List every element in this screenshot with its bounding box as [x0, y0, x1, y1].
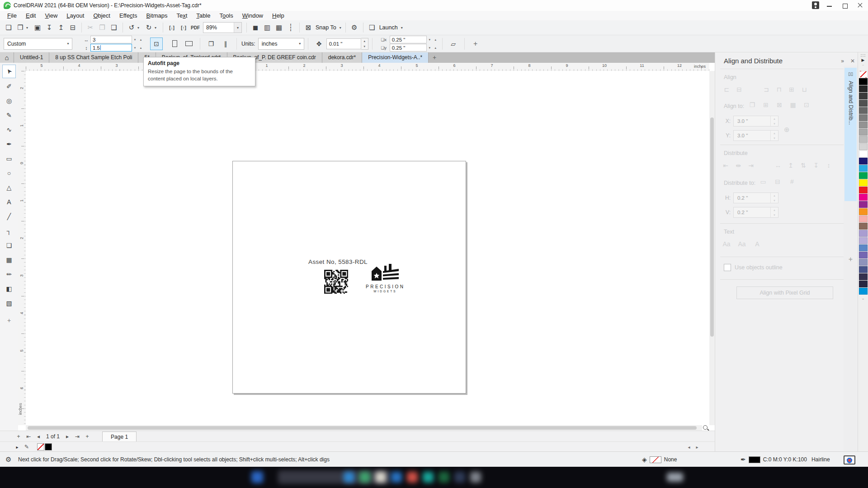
color-swatch[interactable] — [859, 273, 868, 280]
taskbar-app-icon[interactable] — [470, 472, 481, 483]
windows-taskbar[interactable] — [0, 467, 868, 488]
docker-close-icon[interactable]: ✕ — [850, 58, 855, 64]
menu-table[interactable]: Table — [192, 11, 215, 20]
color-swatch[interactable] — [859, 129, 868, 136]
page-width-input[interactable]: 3 — [90, 36, 132, 43]
customize-toolbar-button[interactable]: + — [470, 38, 481, 50]
docker-collapse-icon[interactable]: » — [841, 58, 844, 64]
polygon-tool-icon[interactable]: △ — [3, 181, 15, 194]
color-swatch[interactable] — [859, 244, 868, 251]
menu-effects[interactable]: Effects — [115, 11, 142, 20]
launch-dropdown[interactable]: Launch▾ — [379, 24, 403, 31]
color-swatch[interactable] — [859, 208, 868, 215]
horizontal-ruler[interactable]: 543210123456789101112inches — [26, 63, 709, 71]
chevron-down-icon[interactable]: ▾ — [401, 26, 403, 30]
vertical-ruler[interactable]: 210123456 — [18, 71, 26, 425]
taskbar-app-icon[interactable] — [375, 472, 386, 483]
palette-drag-handle[interactable] — [860, 54, 866, 57]
zoom-tool-icon[interactable]: ◎ — [3, 94, 15, 107]
color-swatch[interactable] — [859, 266, 868, 273]
chevron-down-icon[interactable]: ▾ — [64, 38, 72, 49]
units-combo[interactable]: inches ▾ — [258, 38, 304, 50]
color-swatch[interactable] — [859, 165, 868, 172]
add-page-button[interactable]: + — [14, 433, 24, 440]
last-page-button[interactable]: ⇥ — [72, 433, 82, 440]
taskbar-app-icon[interactable] — [439, 472, 449, 483]
color-swatch[interactable] — [859, 230, 868, 237]
next-page-button[interactable]: ▸ — [62, 433, 72, 440]
color-swatch[interactable] — [859, 237, 868, 244]
palette-eyedropper-icon[interactable]: ✎ — [22, 444, 32, 450]
show-rulers-icon[interactable]: ▥ — [262, 22, 273, 33]
close-button[interactable] — [853, 0, 868, 11]
previous-page-button[interactable]: ◂ — [33, 433, 43, 440]
landscape-button[interactable] — [183, 38, 195, 50]
document-tab-precision-widgets-a-[interactable]: Precision-Widgets-A..* — [362, 52, 429, 63]
ellipse-tool-icon[interactable]: ○ — [3, 167, 15, 179]
taskbar-app-icon[interactable] — [423, 472, 434, 483]
launch-icon[interactable]: ❏ — [367, 22, 377, 33]
all-pages-button[interactable]: ❐ — [205, 38, 217, 50]
menu-layout[interactable]: Layout — [62, 11, 89, 20]
duplicate-y-spinner[interactable]: ▾▴ — [427, 44, 439, 52]
first-page-button[interactable]: ⇤ — [24, 433, 33, 440]
treat-as-filled-button[interactable]: ▱ — [448, 38, 459, 50]
menu-object[interactable]: Object — [89, 11, 115, 20]
document-tab-untitled-1[interactable]: Untitled-1 — [14, 52, 49, 63]
fullscreen-preview-icon[interactable]: ◼ — [250, 22, 261, 33]
palette-flyout-icon[interactable]: ▸ — [13, 445, 22, 450]
black-sw atch[interactable] — [45, 443, 52, 450]
color-swatch[interactable] — [859, 122, 868, 128]
duplicate-x-input[interactable]: 0.25 " — [390, 36, 427, 43]
color-swatch[interactable] — [859, 107, 868, 114]
color-swatch[interactable] — [859, 136, 868, 143]
menu-help[interactable]: Help — [268, 11, 289, 20]
bezier-tool-icon[interactable]: ∿ — [3, 123, 15, 136]
duplicate-y-input[interactable]: 0.25 " — [390, 44, 427, 52]
height-spinner[interactable]: ▾▴ — [132, 44, 144, 52]
page-height-input[interactable]: 1.5 — [90, 44, 132, 52]
home-tab[interactable]: ⌂ — [0, 52, 14, 63]
show-guidelines-icon[interactable]: ┆ — [285, 22, 296, 33]
palette-scroll-down-icon[interactable]: ⌄ — [858, 296, 868, 300]
color-swatch[interactable] — [859, 201, 868, 208]
snap-off-icon[interactable]: ⊠ — [303, 22, 314, 33]
publish-pdf-icon[interactable]: PDF — [190, 22, 201, 33]
menu-text[interactable]: Text — [172, 11, 192, 20]
nudge-distance-input[interactable]: 0.01 " — [326, 38, 361, 49]
chevron-down-icon[interactable]: ▾ — [296, 38, 304, 49]
export-cloud-icon[interactable]: ↥ — [56, 22, 66, 33]
status-gear-icon[interactable]: ⚙ — [5, 455, 11, 464]
color-swatch[interactable] — [859, 216, 868, 222]
restore-button[interactable] — [837, 0, 853, 11]
facing-pages-button[interactable]: ∥ — [220, 38, 231, 50]
shape-tool-icon[interactable]: ✐ — [3, 80, 15, 93]
no-color-swatch[interactable] — [859, 71, 868, 78]
color-swatch[interactable] — [859, 158, 868, 164]
align-distribute-docker-tab[interactable]: ▯▯ Align and Distrib... — [844, 68, 857, 201]
new-document-tab-button[interactable]: + — [429, 52, 440, 63]
taskbar-app-icon[interactable] — [278, 470, 391, 484]
menu-edit[interactable]: Edit — [21, 11, 40, 20]
drop-shadow-tool-icon[interactable]: ❏ — [3, 239, 15, 252]
horizontal-scrollbar[interactable] — [26, 425, 702, 431]
smart-fill-tool-icon[interactable]: ▧ — [3, 297, 15, 310]
taskbar-app-icon[interactable] — [391, 472, 402, 483]
palette-scroll-left-icon[interactable]: ◂ — [685, 445, 693, 450]
portrait-button[interactable] — [169, 38, 180, 50]
artistic-media-tool-icon[interactable]: ✒ — [3, 138, 15, 150]
document-tab-8-up-ss-chart-sample-etch-poli[interactable]: 8 up SS Chart Sample Etch Poli — [49, 52, 138, 63]
color-swatch[interactable] — [859, 93, 868, 99]
chevron-down-icon[interactable]: ▾ — [234, 23, 241, 33]
precision-widgets-logo[interactable]: PRECISION WIDGETS — [366, 263, 405, 293]
add-page-button-2[interactable]: + — [82, 433, 92, 440]
chevron-down-icon[interactable]: ▾ — [26, 26, 31, 30]
vertical-scrollbar-thumb[interactable] — [710, 117, 714, 337]
color-proof-monitor-icon[interactable] — [844, 455, 855, 465]
color-swatch[interactable] — [859, 78, 868, 85]
color-swatch[interactable] — [859, 223, 868, 230]
import-cloud-icon[interactable]: ↧ — [44, 22, 55, 33]
palette-scroll-right-icon[interactable]: ▸ — [693, 445, 701, 450]
taskbar-app-icon[interactable] — [407, 472, 418, 483]
color-swatch[interactable] — [859, 259, 868, 266]
